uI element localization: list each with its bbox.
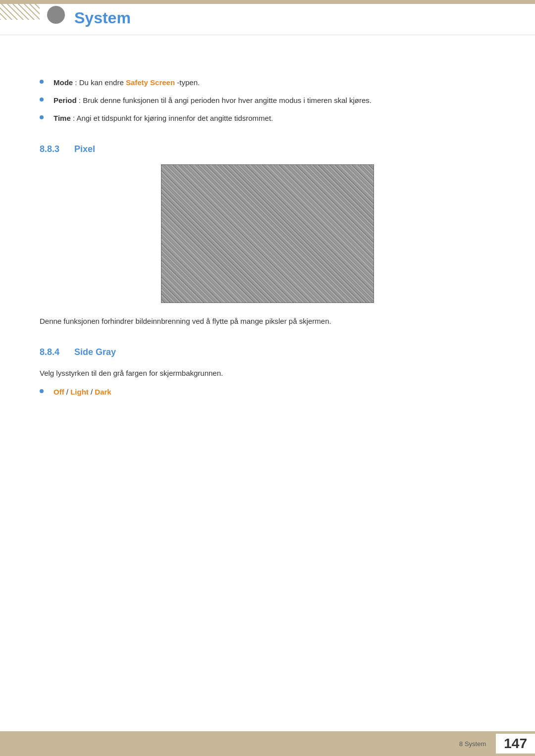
section-883-description: Denne funksjonen forhindrer bildeinnbren… (40, 315, 495, 327)
bullet-dot (40, 115, 44, 119)
section-884-title: Side Gray (74, 347, 116, 357)
chapter-icon (47, 6, 65, 24)
pixel-image (161, 164, 374, 303)
section-883-heading: 8.8.3 Pixel (40, 144, 495, 154)
option-dark: Dark (95, 388, 111, 396)
list-item-time: Time : Angi et tidspunkt for kjøring inn… (40, 112, 495, 124)
option-off: Off (54, 388, 64, 396)
section-883-title: Pixel (74, 144, 95, 154)
bullet-dot (40, 98, 44, 101)
page-footer: 8 System 147 (0, 731, 535, 756)
term-safety-screen: Safety Screen (126, 78, 175, 87)
bullet-dot (40, 80, 44, 84)
bullet-list: Mode : Du kan endre Safety Screen -typen… (40, 77, 495, 124)
page-title: System (74, 9, 131, 27)
term-period: Period (54, 96, 77, 104)
list-item-mode: Mode : Du kan endre Safety Screen -typen… (40, 77, 495, 89)
top-stripe-decoration (0, 0, 40, 20)
option-light: Light (70, 388, 89, 396)
footer-page-number: 147 (504, 736, 527, 752)
footer-section-label: 8 System (459, 740, 486, 748)
term-time-text: : Angi et tidspunkt for kjøring innenfor… (73, 114, 273, 122)
section-884-heading: 8.8.4 Side Gray (40, 347, 495, 357)
main-content: Mode : Du kan endre Safety Screen -typen… (40, 42, 495, 726)
separator-1: / (66, 388, 70, 396)
options-text: Off / Light / Dark (54, 386, 495, 398)
section-884-intro: Velg lysstyrken til den grå fargen for s… (40, 367, 495, 379)
term-time: Time (54, 114, 71, 122)
bullet-text-mode: Mode : Du kan endre Safety Screen -typen… (54, 77, 495, 89)
list-item-options: Off / Light / Dark (40, 386, 495, 398)
term-mode-rest: -typen. (177, 78, 200, 87)
pixel-image-container (40, 164, 495, 303)
footer-page-number-box: 147 (496, 734, 535, 754)
options-list: Off / Light / Dark (40, 386, 495, 398)
list-item-period: Period : Bruk denne funksjonen til å ang… (40, 95, 495, 106)
top-border (0, 0, 535, 4)
bullet-text-time: Time : Angi et tidspunkt for kjøring inn… (54, 112, 495, 124)
page-container: System Mode : Du kan endre Safety Screen… (0, 0, 535, 756)
term-period-text: : Bruk denne funksjonen til å angi perio… (79, 96, 372, 104)
section-883-number: 8.8.3 (40, 144, 59, 154)
term-mode-prefix: : Du kan endre (75, 78, 126, 87)
bullet-text-period: Period : Bruk denne funksjonen til å ang… (54, 95, 495, 106)
title-divider (0, 35, 535, 35)
term-mode: Mode (54, 78, 73, 87)
bullet-dot-options (40, 389, 44, 393)
section-884-number: 8.8.4 (40, 347, 59, 357)
